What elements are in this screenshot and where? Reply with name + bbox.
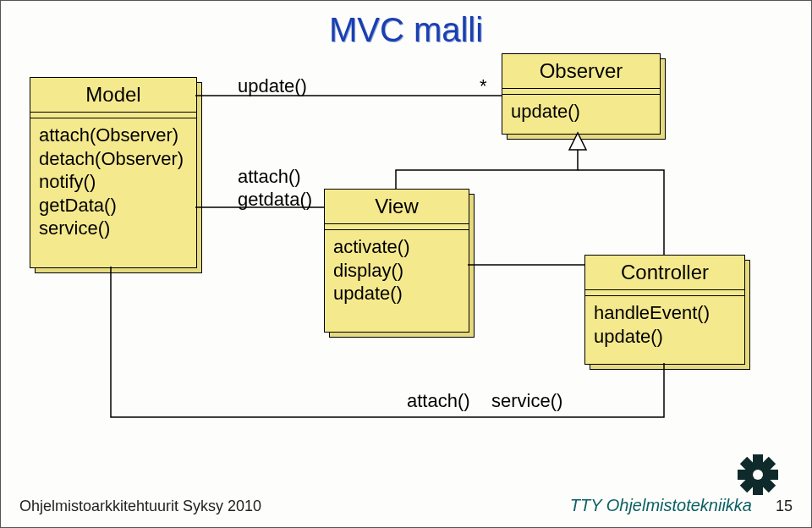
footer-right: TTY Ohjelmistotekniikka <box>570 496 752 515</box>
view-sep <box>325 224 469 230</box>
observer-ops: update() <box>502 95 660 129</box>
model-box: Model attach(Observer) detach(Observer) … <box>30 77 197 268</box>
footer-left: Ohjelmistoarkkitehtuurit Syksy 2010 <box>19 498 261 515</box>
controller-class-name: Controller <box>585 256 744 290</box>
view-op: display() <box>333 259 460 283</box>
view-box: View activate() display() update() <box>324 189 469 333</box>
controller-sep <box>585 290 744 296</box>
assoc-controller-model-label-right: service() <box>491 390 562 412</box>
assoc-model-observer-label: update() <box>238 75 307 97</box>
view-op: update() <box>333 282 460 305</box>
model-ops: attach(Observer) detach(Observer) notify… <box>30 118 196 245</box>
view-class-name: View <box>325 190 469 224</box>
controller-op: handleEvent() <box>594 301 736 325</box>
svg-rect-6 <box>740 457 776 492</box>
model-op: attach(Observer) <box>39 124 188 147</box>
model-op: detach(Observer) <box>39 147 188 171</box>
assoc-controller-model-label-left: attach() <box>407 390 470 412</box>
model-op: getData() <box>39 194 188 217</box>
controller-ops: handleEvent() update() <box>585 296 744 353</box>
page-number: 15 <box>776 498 793 515</box>
model-op: notify() <box>39 170 188 194</box>
svg-point-8 <box>745 462 771 487</box>
model-op: service() <box>39 217 188 240</box>
svg-rect-4 <box>753 454 763 495</box>
observer-op: update() <box>511 100 651 124</box>
assoc-model-view-label-bottom: getdata() <box>238 189 312 211</box>
view-ops: activate() display() update() <box>325 230 469 311</box>
svg-point-9 <box>753 470 763 480</box>
model-class-name: Model <box>30 78 196 113</box>
assoc-model-observer-mult: * <box>480 75 487 97</box>
slide: MVC malli Model attach(Observer) detach(… <box>0 0 812 528</box>
controller-op: update() <box>594 325 736 349</box>
controller-box: Controller handleEvent() update() <box>584 255 745 365</box>
view-op: activate() <box>333 235 460 259</box>
model-sep <box>30 113 196 118</box>
observer-class-name: Observer <box>502 54 660 89</box>
slide-title: MVC malli <box>1 11 811 49</box>
svg-rect-7 <box>740 457 776 492</box>
observer-sep <box>502 89 660 95</box>
assoc-model-view-label-top: attach() <box>238 166 301 188</box>
svg-rect-5 <box>738 470 778 480</box>
observer-box: Observer update() <box>502 53 661 135</box>
